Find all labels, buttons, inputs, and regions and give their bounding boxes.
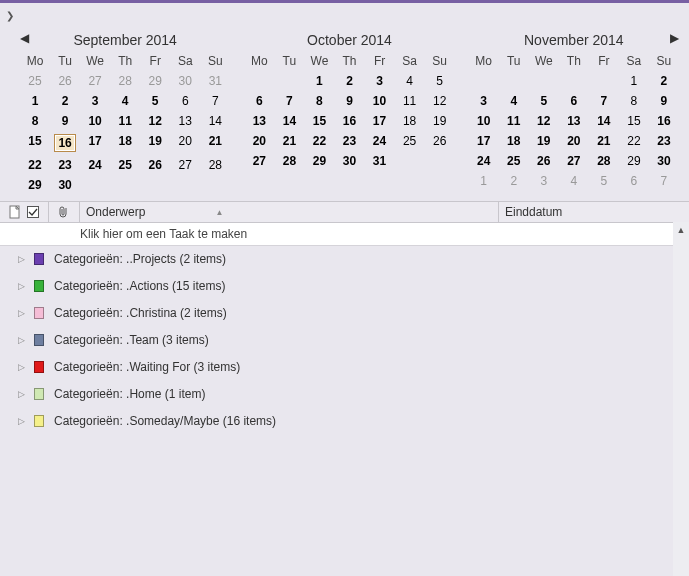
calendar-day[interactable]: 12 bbox=[529, 111, 559, 131]
calendar-day[interactable]: 8 bbox=[20, 111, 50, 131]
calendar-day[interactable]: 1 bbox=[619, 71, 649, 91]
expand-group-icon[interactable]: ▷ bbox=[18, 416, 30, 426]
calendar-day[interactable]: 20 bbox=[170, 131, 200, 155]
calendar-day[interactable]: 25 bbox=[20, 71, 50, 91]
complete-checkbox-icon[interactable] bbox=[26, 205, 40, 219]
calendar-day[interactable]: 6 bbox=[559, 91, 589, 111]
attachment-icon[interactable] bbox=[57, 205, 71, 219]
calendar-day[interactable]: 26 bbox=[50, 71, 80, 91]
calendar-day[interactable]: 13 bbox=[170, 111, 200, 131]
calendar-day[interactable]: 24 bbox=[365, 131, 395, 151]
calendar-day[interactable]: 22 bbox=[619, 131, 649, 151]
calendar-day[interactable]: 14 bbox=[589, 111, 619, 131]
calendar-day[interactable]: 27 bbox=[170, 155, 200, 175]
column-subject[interactable]: Onderwerp ▲ bbox=[84, 205, 223, 219]
task-group-row[interactable]: ▷Categorieën: .Waiting For (3 items) bbox=[0, 354, 689, 381]
expand-group-icon[interactable]: ▷ bbox=[18, 335, 30, 345]
calendar-day[interactable]: 20 bbox=[244, 131, 274, 151]
expand-group-icon[interactable]: ▷ bbox=[18, 362, 30, 372]
calendar-day[interactable]: 26 bbox=[529, 151, 559, 171]
calendar-day[interactable]: 21 bbox=[589, 131, 619, 151]
calendar-day[interactable]: 31 bbox=[200, 71, 230, 91]
expand-group-icon[interactable]: ▷ bbox=[18, 389, 30, 399]
expand-group-icon[interactable]: ▷ bbox=[18, 308, 30, 318]
calendar-day[interactable]: 15 bbox=[619, 111, 649, 131]
calendar-day[interactable]: 24 bbox=[469, 151, 499, 171]
calendar-day[interactable]: 2 bbox=[499, 171, 529, 191]
task-group-row[interactable]: ▷Categorieën: .Actions (15 items) bbox=[0, 273, 689, 300]
calendar-day[interactable]: 25 bbox=[499, 151, 529, 171]
calendar-day[interactable]: 6 bbox=[244, 91, 274, 111]
calendar-day[interactable]: 7 bbox=[274, 91, 304, 111]
calendar-day[interactable]: 5 bbox=[140, 91, 170, 111]
calendar-day[interactable]: 16 bbox=[50, 131, 80, 155]
calendar-day[interactable]: 12 bbox=[425, 91, 455, 111]
column-duedate[interactable]: Einddatum bbox=[498, 202, 562, 222]
expand-group-icon[interactable]: ▷ bbox=[18, 281, 30, 291]
calendar-day[interactable]: 5 bbox=[589, 171, 619, 191]
calendar-day[interactable]: 24 bbox=[80, 155, 110, 175]
next-month-icon[interactable]: ▶ bbox=[670, 31, 679, 45]
prev-month-icon[interactable]: ◀ bbox=[20, 31, 29, 45]
calendar-day[interactable]: 5 bbox=[425, 71, 455, 91]
calendar-day[interactable]: 8 bbox=[619, 91, 649, 111]
calendar-day[interactable]: 6 bbox=[619, 171, 649, 191]
calendar-day[interactable]: 14 bbox=[274, 111, 304, 131]
calendar-day[interactable]: 4 bbox=[395, 71, 425, 91]
task-group-row[interactable]: ▷Categorieën: ..Projects (2 items) bbox=[0, 246, 689, 273]
calendar-day[interactable]: 17 bbox=[365, 111, 395, 131]
calendar-day[interactable]: 28 bbox=[200, 155, 230, 175]
calendar-day[interactable]: 28 bbox=[110, 71, 140, 91]
calendar-day[interactable]: 4 bbox=[499, 91, 529, 111]
expand-chevron-icon[interactable]: ❯ bbox=[6, 10, 14, 21]
calendar-day[interactable]: 29 bbox=[304, 151, 334, 171]
calendar-day[interactable]: 11 bbox=[499, 111, 529, 131]
calendar-day[interactable]: 29 bbox=[140, 71, 170, 91]
calendar-day[interactable]: 3 bbox=[469, 91, 499, 111]
calendar-day[interactable]: 18 bbox=[499, 131, 529, 151]
calendar-day[interactable]: 21 bbox=[200, 131, 230, 155]
calendar-day[interactable]: 19 bbox=[425, 111, 455, 131]
newtask-icon[interactable] bbox=[8, 205, 22, 219]
calendar-day[interactable]: 21 bbox=[274, 131, 304, 151]
calendar-day[interactable]: 10 bbox=[365, 91, 395, 111]
calendar-day[interactable]: 2 bbox=[50, 91, 80, 111]
calendar-day[interactable]: 14 bbox=[200, 111, 230, 131]
calendar-day[interactable]: 16 bbox=[649, 111, 679, 131]
task-group-row[interactable]: ▷Categorieën: .Home (1 item) bbox=[0, 381, 689, 408]
task-group-row[interactable]: ▷Categorieën: .Christina (2 items) bbox=[0, 300, 689, 327]
calendar-day[interactable]: 25 bbox=[110, 155, 140, 175]
calendar-day[interactable]: 23 bbox=[334, 131, 364, 151]
calendar-day[interactable]: 22 bbox=[20, 155, 50, 175]
calendar-day[interactable]: 11 bbox=[110, 111, 140, 131]
calendar-day[interactable]: 31 bbox=[365, 151, 395, 171]
calendar-day[interactable]: 27 bbox=[80, 71, 110, 91]
calendar-day[interactable]: 11 bbox=[395, 91, 425, 111]
vertical-scrollbar[interactable]: ▲ bbox=[673, 222, 689, 576]
calendar-day[interactable]: 30 bbox=[170, 71, 200, 91]
task-group-row[interactable]: ▷Categorieën: .Team (3 items) bbox=[0, 327, 689, 354]
calendar-day[interactable]: 2 bbox=[334, 71, 364, 91]
calendar-day[interactable]: 28 bbox=[589, 151, 619, 171]
calendar-day[interactable]: 15 bbox=[20, 131, 50, 155]
calendar-day[interactable]: 17 bbox=[80, 131, 110, 155]
calendar-day[interactable]: 29 bbox=[20, 175, 50, 195]
expand-group-icon[interactable]: ▷ bbox=[18, 254, 30, 264]
calendar-day[interactable]: 2 bbox=[649, 71, 679, 91]
calendar-day[interactable]: 5 bbox=[529, 91, 559, 111]
calendar-day[interactable]: 15 bbox=[304, 111, 334, 131]
calendar-day[interactable]: 13 bbox=[559, 111, 589, 131]
new-task-input[interactable]: Klik hier om een Taak te maken bbox=[0, 223, 689, 246]
calendar-day[interactable]: 12 bbox=[140, 111, 170, 131]
calendar-day[interactable]: 9 bbox=[649, 91, 679, 111]
calendar-day[interactable]: 16 bbox=[334, 111, 364, 131]
calendar-day[interactable]: 6 bbox=[170, 91, 200, 111]
calendar-day[interactable]: 4 bbox=[110, 91, 140, 111]
calendar-day[interactable]: 27 bbox=[559, 151, 589, 171]
calendar-day[interactable]: 18 bbox=[110, 131, 140, 155]
calendar-day[interactable]: 28 bbox=[274, 151, 304, 171]
calendar-day[interactable]: 17 bbox=[469, 131, 499, 151]
calendar-day[interactable]: 18 bbox=[395, 111, 425, 131]
calendar-day[interactable]: 19 bbox=[529, 131, 559, 151]
calendar-day[interactable]: 23 bbox=[649, 131, 679, 151]
